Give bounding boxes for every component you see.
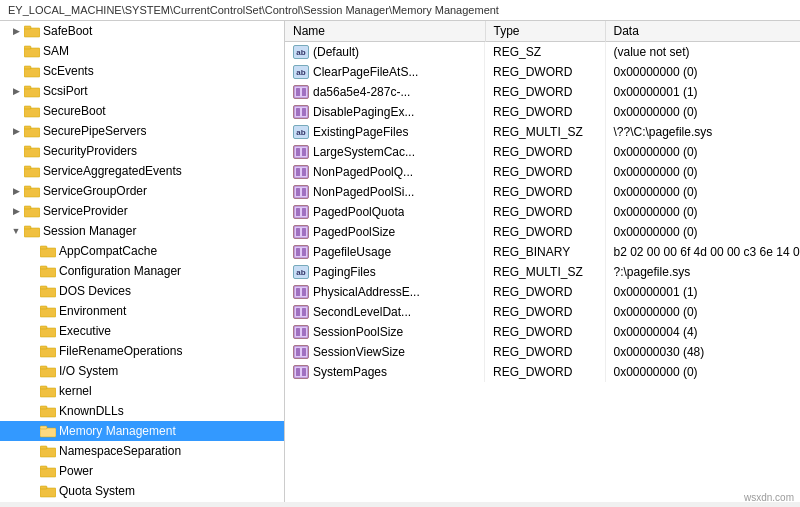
table-row[interactable]: ab(Default)REG_SZ(value not set) bbox=[285, 42, 800, 63]
expand-icon[interactable]: ▶ bbox=[8, 23, 24, 39]
expand-icon[interactable]: ▶ bbox=[8, 123, 24, 139]
col-header-name[interactable]: Name bbox=[285, 21, 485, 42]
tree-item-environment[interactable]: Environment bbox=[0, 301, 284, 321]
svg-rect-73 bbox=[302, 208, 306, 216]
tree-item-safeboot[interactable]: ▶ SafeBoot bbox=[0, 21, 284, 41]
svg-rect-18 bbox=[24, 208, 40, 217]
table-row[interactable]: NonPagedPoolQ...REG_DWORD0x00000000 (0) bbox=[285, 162, 800, 182]
svg-rect-29 bbox=[40, 306, 47, 309]
tree-item-serviceprovider[interactable]: ▶ ServiceProvider bbox=[0, 201, 284, 221]
tree-item-securepipeservers[interactable]: ▶ SecurePipeServers bbox=[0, 121, 284, 141]
table-row[interactable]: SessionPoolSizeREG_DWORD0x00000004 (4) bbox=[285, 322, 800, 342]
left-panel: ▶ SafeBoot SAM ScEvents▶ ScsiPort Secure… bbox=[0, 21, 285, 502]
tree-label: SecurityProviders bbox=[43, 144, 137, 158]
tree-item-power[interactable]: Power bbox=[0, 461, 284, 481]
folder-icon bbox=[40, 484, 56, 498]
svg-rect-7 bbox=[24, 86, 31, 89]
reg-name: ClearPageFileAtS... bbox=[313, 65, 418, 79]
icon-dword bbox=[293, 105, 309, 119]
svg-rect-22 bbox=[40, 248, 56, 257]
tree-label: AppCompatCache bbox=[59, 244, 157, 258]
reg-data: b2 02 00 00 6f 4d 00 00 c3 6e 14 00 61 b… bbox=[605, 242, 800, 262]
tree-item-dosdevices[interactable]: DOS Devices bbox=[0, 281, 284, 301]
reg-type: REG_DWORD bbox=[485, 342, 605, 362]
tree-item-iosystem[interactable]: I/O System bbox=[0, 361, 284, 381]
svg-rect-45 bbox=[40, 466, 47, 469]
reg-data: 0x00000000 (0) bbox=[605, 182, 800, 202]
svg-rect-90 bbox=[296, 348, 300, 356]
table-row[interactable]: PagedPoolSizeREG_DWORD0x00000000 (0) bbox=[285, 222, 800, 242]
tree-item-quotasystem[interactable]: Quota System bbox=[0, 481, 284, 501]
tree-item-knowndlls[interactable]: KnownDLLs bbox=[0, 401, 284, 421]
expand-icon[interactable]: ▶ bbox=[8, 203, 24, 219]
tree-item-kernel[interactable]: kernel bbox=[0, 381, 284, 401]
table-row[interactable]: SessionViewSizeREG_DWORD0x00000030 (48) bbox=[285, 342, 800, 362]
tree-item-scsiport[interactable]: ▶ ScsiPort bbox=[0, 81, 284, 101]
spacer bbox=[24, 363, 40, 379]
tree-label: kernel bbox=[59, 384, 92, 398]
tree-item-servicegrouporder[interactable]: ▶ ServiceGroupOrder bbox=[0, 181, 284, 201]
tree-item-filerenameoperations[interactable]: FileRenameOperations bbox=[0, 341, 284, 361]
reg-data: ?:\pagefile.sys bbox=[605, 262, 800, 282]
reg-data: 0x00000000 (0) bbox=[605, 142, 800, 162]
reg-type: REG_MULTI_SZ bbox=[485, 262, 605, 282]
reg-name: NonPagedPoolQ... bbox=[313, 165, 413, 179]
tree-item-memorymanagement[interactable]: Memory Management bbox=[0, 421, 284, 441]
svg-rect-38 bbox=[40, 408, 56, 417]
table-row[interactable]: NonPagedPoolSi...REG_DWORD0x00000000 (0) bbox=[285, 182, 800, 202]
svg-rect-1 bbox=[24, 26, 31, 29]
table-row[interactable]: LargeSystemCac...REG_DWORD0x00000000 (0) bbox=[285, 142, 800, 162]
svg-rect-30 bbox=[40, 328, 56, 337]
tree-label: FileRenameOperations bbox=[59, 344, 182, 358]
col-header-data[interactable]: Data bbox=[605, 21, 800, 42]
tree-item-appcompatchache[interactable]: AppCompatCache bbox=[0, 241, 284, 261]
tree-label: Session Manager bbox=[43, 224, 136, 238]
svg-rect-26 bbox=[40, 288, 56, 297]
svg-rect-21 bbox=[24, 226, 31, 229]
table-row[interactable]: PhysicalAddressE...REG_DWORD0x00000001 (… bbox=[285, 282, 800, 302]
tree-label: SafeBoot bbox=[43, 24, 92, 38]
col-header-type[interactable]: Type bbox=[485, 21, 605, 42]
svg-rect-10 bbox=[24, 128, 40, 137]
folder-icon bbox=[24, 184, 40, 198]
svg-rect-79 bbox=[302, 248, 306, 256]
spacer bbox=[24, 323, 40, 339]
tree-label: SecureBoot bbox=[43, 104, 106, 118]
spacer bbox=[8, 43, 24, 59]
table-row[interactable]: da56a5e4-287c-...REG_DWORD0x00000001 (1) bbox=[285, 82, 800, 102]
svg-rect-88 bbox=[302, 328, 306, 336]
table-row[interactable]: PagedPoolQuotaREG_DWORD0x00000000 (0) bbox=[285, 202, 800, 222]
tree-label: Quota System bbox=[59, 484, 135, 498]
svg-rect-2 bbox=[24, 48, 40, 57]
table-row[interactable]: SecondLevelDat...REG_DWORD0x00000000 (0) bbox=[285, 302, 800, 322]
table-row[interactable]: abPagingFilesREG_MULTI_SZ?:\pagefile.sys bbox=[285, 262, 800, 282]
expand-icon[interactable]: ▶ bbox=[8, 83, 24, 99]
spacer bbox=[8, 63, 24, 79]
tree-item-subsystems[interactable]: SubSystems bbox=[0, 501, 284, 502]
table-row[interactable]: SystemPagesREG_DWORD0x00000000 (0) bbox=[285, 362, 800, 382]
svg-rect-78 bbox=[296, 248, 300, 256]
tree-item-sessionmanager[interactable]: ▼ Session Manager bbox=[0, 221, 284, 241]
tree-item-serviceaggregatedevents[interactable]: ServiceAggregatedEvents bbox=[0, 161, 284, 181]
svg-rect-36 bbox=[40, 388, 56, 397]
svg-rect-41 bbox=[40, 426, 47, 429]
tree-item-executive[interactable]: Executive bbox=[0, 321, 284, 341]
svg-rect-28 bbox=[40, 308, 56, 317]
folder-icon bbox=[24, 64, 40, 78]
tree-item-securityproviders[interactable]: SecurityProviders bbox=[0, 141, 284, 161]
reg-name: SecondLevelDat... bbox=[313, 305, 411, 319]
tree-label: I/O System bbox=[59, 364, 118, 378]
expand-icon[interactable]: ▶ bbox=[8, 183, 24, 199]
svg-rect-67 bbox=[302, 168, 306, 176]
tree-item-namespaceseparation[interactable]: NamespaceSeparation bbox=[0, 441, 284, 461]
table-row[interactable]: PagefileUsageREG_BINARYb2 02 00 00 6f 4d… bbox=[285, 242, 800, 262]
table-row[interactable]: abClearPageFileAtS...REG_DWORD0x00000000… bbox=[285, 62, 800, 82]
tree-item-configurationmanager[interactable]: Configuration Manager bbox=[0, 261, 284, 281]
tree-item-sam[interactable]: SAM bbox=[0, 41, 284, 61]
tree-item-scevents[interactable]: ScEvents bbox=[0, 61, 284, 81]
svg-rect-94 bbox=[302, 368, 306, 376]
table-row[interactable]: DisablePagingEx...REG_DWORD0x00000000 (0… bbox=[285, 102, 800, 122]
table-row[interactable]: abExistingPageFilesREG_MULTI_SZ\??\C:\pa… bbox=[285, 122, 800, 142]
collapse-icon[interactable]: ▼ bbox=[8, 223, 24, 239]
tree-item-secureboot[interactable]: SecureBoot bbox=[0, 101, 284, 121]
